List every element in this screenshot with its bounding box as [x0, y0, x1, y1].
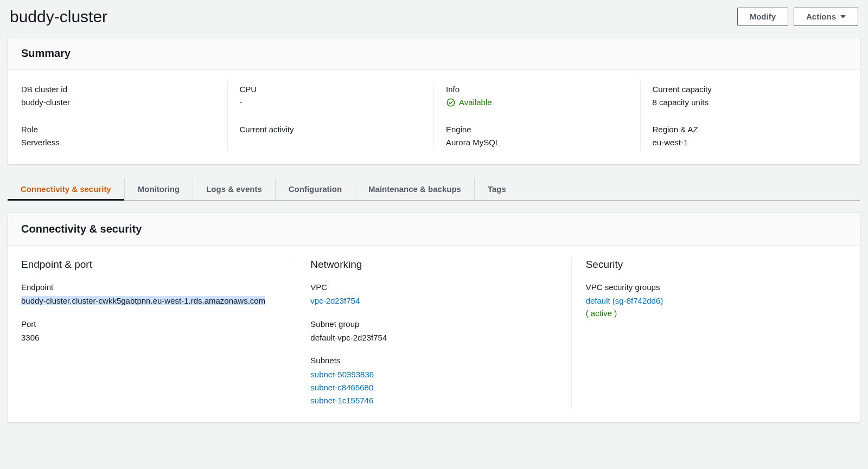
subnet-link[interactable]: subnet-50393836	[310, 368, 374, 381]
subnet-link[interactable]: subnet-c8465680	[310, 381, 373, 394]
value-db-cluster-id: buddy-cluster	[21, 96, 215, 109]
endpoint-block: Endpoint buddy-cluster.cluster-cwkk5gabt…	[21, 282, 282, 307]
actions-button[interactable]: Actions	[794, 8, 858, 26]
connectivity-panel: Connectivity & security Endpoint & port …	[8, 213, 860, 423]
modify-button[interactable]: Modify	[737, 8, 788, 26]
value-engine: Aurora MySQL	[446, 136, 628, 149]
vpc-value-wrap: vpc-2d23f754	[310, 295, 557, 307]
actions-button-label: Actions	[806, 11, 836, 22]
label-info: Info	[446, 83, 628, 96]
header-actions: Modify Actions	[737, 8, 858, 26]
tabs: Connectivity & security Monitoring Logs …	[8, 178, 860, 201]
field-role: Role Serverless	[21, 123, 215, 149]
security-heading: Security	[586, 259, 847, 271]
vpc-link[interactable]: vpc-2d23f754	[310, 296, 360, 305]
summary-heading: Summary	[21, 47, 847, 60]
label-region-az: Region & AZ	[653, 123, 835, 136]
connectivity-grid: Endpoint & port Endpoint buddy-cluster.c…	[21, 256, 847, 409]
value-role: Serverless	[21, 136, 215, 149]
connectivity-heading: Connectivity & security	[21, 223, 847, 235]
networking-col: Networking VPC vpc-2d23f754 Subnet group…	[296, 256, 571, 409]
endpoint-value[interactable]: buddy-cluster.cluster-cwkk5gabtpnn.eu-we…	[21, 296, 265, 305]
label-db-cluster-id: DB cluster id	[21, 83, 215, 96]
label-role: Role	[21, 123, 215, 136]
endpoint-label: Endpoint	[21, 282, 282, 292]
endpoint-value-wrap: buddy-cluster.cluster-cwkk5gabtpnn.eu-we…	[21, 295, 282, 307]
security-group-status: ( active )	[586, 309, 617, 318]
subnets-label: Subnets	[310, 356, 557, 365]
summary-panel: Summary DB cluster id buddy-cluster Role…	[8, 37, 860, 165]
summary-col-0: DB cluster id buddy-cluster Role Serverl…	[21, 81, 228, 151]
field-cpu: CPU -	[240, 83, 422, 109]
tab-tags[interactable]: Tags	[475, 178, 519, 200]
chevron-down-icon	[840, 15, 846, 18]
svg-point-0	[447, 99, 455, 106]
subnet-group-value: default-vpc-2d23f754	[310, 332, 557, 344]
endpoint-port-heading: Endpoint & port	[21, 259, 282, 271]
modify-button-label: Modify	[750, 11, 776, 22]
port-label: Port	[21, 319, 282, 329]
networking-heading: Networking	[310, 259, 557, 271]
summary-col-3: Current capacity 8 capacity units Region…	[641, 81, 847, 151]
summary-panel-header: Summary	[8, 37, 860, 70]
value-current-capacity: 8 capacity units	[653, 96, 835, 109]
value-cpu: -	[240, 96, 422, 109]
subnets-list: subnet-50393836 subnet-c8465680 subnet-1…	[310, 368, 557, 407]
value-info: Available	[446, 96, 492, 109]
tab-logs-events[interactable]: Logs & events	[193, 178, 276, 200]
tab-connectivity-security[interactable]: Connectivity & security	[8, 178, 125, 200]
port-block: Port 3306	[21, 319, 282, 344]
page-title: buddy-cluster	[10, 8, 107, 26]
summary-col-2: Info Available Engine Aurora MySQL	[434, 81, 641, 151]
field-engine: Engine Aurora MySQL	[446, 123, 628, 149]
connectivity-panel-body: Endpoint & port Endpoint buddy-cluster.c…	[8, 246, 860, 422]
vpc-label: VPC	[310, 282, 557, 292]
value-region-az: eu-west-1	[653, 136, 835, 149]
subnet-group-block: Subnet group default-vpc-2d23f754	[310, 319, 557, 344]
port-value: 3306	[21, 332, 282, 344]
field-info: Info Available	[446, 83, 628, 109]
tab-configuration[interactable]: Configuration	[276, 178, 355, 200]
connectivity-panel-header: Connectivity & security	[8, 213, 860, 246]
vpc-sg-block: VPC security groups default (sg-8f742dd6…	[586, 282, 847, 319]
field-region-az: Region & AZ eu-west-1	[653, 123, 835, 149]
label-engine: Engine	[446, 123, 628, 136]
endpoint-port-col: Endpoint & port Endpoint buddy-cluster.c…	[21, 256, 296, 409]
field-db-cluster-id: DB cluster id buddy-cluster	[21, 83, 215, 109]
vpc-block: VPC vpc-2d23f754	[310, 282, 557, 307]
field-current-capacity: Current capacity 8 capacity units	[653, 83, 835, 109]
summary-panel-body: DB cluster id buddy-cluster Role Serverl…	[8, 70, 860, 164]
security-group-link[interactable]: default (sg-8f742dd6)	[586, 296, 663, 305]
tab-maintenance-backups[interactable]: Maintenance & backups	[355, 178, 475, 200]
tab-monitoring[interactable]: Monitoring	[125, 178, 193, 200]
label-current-activity: Current activity	[240, 123, 422, 136]
value-info-text: Available	[459, 96, 492, 109]
label-cpu: CPU	[240, 83, 422, 96]
vpc-sg-value: default (sg-8f742dd6) ( active )	[586, 295, 847, 319]
label-current-capacity: Current capacity	[653, 83, 835, 96]
subnets-block: Subnets subnet-50393836 subnet-c8465680 …	[310, 356, 557, 407]
subnet-link[interactable]: subnet-1c155746	[310, 394, 373, 407]
summary-grid: DB cluster id buddy-cluster Role Serverl…	[21, 81, 847, 151]
summary-col-1: CPU - Current activity	[228, 81, 435, 151]
page-header: buddy-cluster Modify Actions	[8, 5, 860, 37]
security-col: Security VPC security groups default (sg…	[572, 256, 847, 409]
vpc-sg-label: VPC security groups	[586, 282, 847, 292]
subnet-group-label: Subnet group	[310, 319, 557, 329]
check-circle-icon	[446, 98, 456, 107]
field-current-activity: Current activity	[240, 123, 422, 136]
